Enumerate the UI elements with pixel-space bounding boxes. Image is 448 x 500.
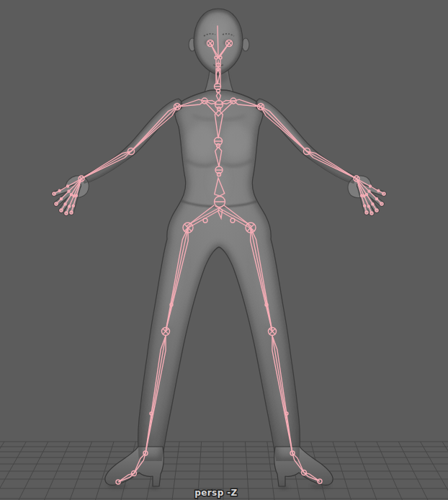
maya-viewport[interactable]: persp -Z <box>0 0 448 500</box>
viewport-canvas: persp -Z <box>0 0 448 500</box>
skeleton-bone-line[interactable] <box>218 26 218 56</box>
camera-hud-label: persp -Z <box>194 488 237 498</box>
